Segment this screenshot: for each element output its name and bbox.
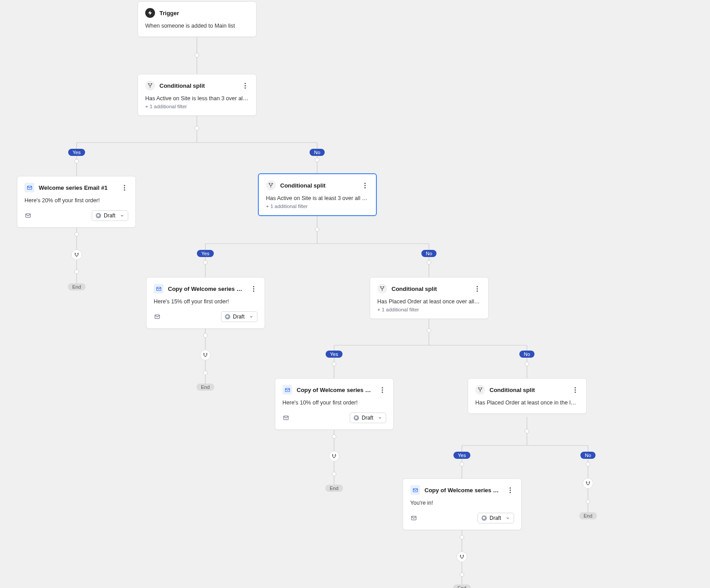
split-icon <box>475 385 485 395</box>
add-node-dot[interactable] <box>460 572 464 577</box>
add-node-dot[interactable] <box>525 362 529 366</box>
node-description: Here's 15% off your first order! <box>154 298 257 306</box>
email-icon <box>24 183 34 192</box>
kebab-menu[interactable] <box>473 285 481 293</box>
kebab-menu[interactable] <box>241 82 249 90</box>
channel-email-icon <box>154 313 161 320</box>
add-node-dot[interactable] <box>195 53 199 57</box>
email-icon <box>410 485 420 495</box>
additional-filters: + 1 additional filter <box>145 104 249 109</box>
chevron-down-icon <box>506 516 510 520</box>
add-node-dot[interactable] <box>74 159 79 163</box>
node-description: You're in! <box>410 499 514 507</box>
branch-no-pill: No <box>421 250 437 257</box>
ab-test-button[interactable] <box>200 350 211 360</box>
add-node-dot[interactable] <box>586 462 590 466</box>
split-icon <box>266 180 276 190</box>
channel-email-icon <box>282 414 290 421</box>
add-node-dot[interactable] <box>74 232 79 237</box>
additional-filters: + 1 additional filter <box>266 204 369 209</box>
email-node[interactable]: Welcome series Email #1 Here's 20% off y… <box>17 176 136 228</box>
status-label: Draft <box>233 314 245 320</box>
add-node-dot[interactable] <box>315 158 319 162</box>
chevron-down-icon <box>249 314 253 319</box>
branch-yes-pill: Yes <box>453 452 470 459</box>
email-icon <box>282 385 292 395</box>
add-node-dot[interactable] <box>332 472 336 476</box>
add-node-dot[interactable] <box>203 371 208 375</box>
status-dot-icon <box>225 314 230 319</box>
conditional-split-node[interactable]: Conditional split Has Active on Site is … <box>138 74 257 116</box>
node-title: Conditional split <box>280 182 356 189</box>
trigger-node[interactable]: Trigger When someone is added to Main li… <box>138 1 257 37</box>
node-title: Conditional split <box>490 387 567 393</box>
status-dropdown[interactable]: Draft <box>221 311 257 322</box>
add-node-dot[interactable] <box>315 227 319 232</box>
node-description: Has Placed Order at least once in the la… <box>475 399 579 407</box>
status-label: Draft <box>104 212 115 219</box>
node-title: Copy of Welcome series Em... <box>168 286 245 292</box>
add-node-dot[interactable] <box>460 535 464 539</box>
kebab-menu[interactable] <box>378 386 386 394</box>
conditional-split-node[interactable]: Conditional split Has Active on Site is … <box>258 173 377 216</box>
node-title: Trigger <box>159 10 249 16</box>
email-node[interactable]: Copy of Welcome series Em... You're in! … <box>403 478 522 530</box>
channel-email-icon <box>24 212 32 219</box>
kebab-menu[interactable] <box>120 184 128 192</box>
email-node[interactable]: Copy of Welcome series Em... Here's 10% … <box>275 378 394 430</box>
chevron-down-icon <box>120 213 124 218</box>
branch-yes-pill: Yes <box>326 351 343 358</box>
conditional-split-node[interactable]: Conditional split Has Placed Order at le… <box>370 277 489 319</box>
status-dot-icon <box>354 415 359 421</box>
status-dropdown[interactable]: Draft <box>350 412 386 423</box>
channel-email-icon <box>410 514 417 522</box>
node-description: When someone is added to Main list <box>145 22 249 30</box>
add-node-dot[interactable] <box>203 333 208 338</box>
node-description: Here's 10% off your first order! <box>282 399 386 407</box>
conditional-split-node[interactable]: Conditional split Has Placed Order at le… <box>468 378 587 414</box>
end-node: End <box>196 384 214 391</box>
split-icon <box>145 81 155 90</box>
end-node: End <box>325 485 343 492</box>
status-label: Draft <box>362 415 373 421</box>
ab-test-button[interactable] <box>329 451 339 461</box>
kebab-menu[interactable] <box>249 285 257 293</box>
kebab-menu[interactable] <box>571 386 579 394</box>
status-label: Draft <box>490 515 501 521</box>
node-description: Has Active on Site is at least 3 over al… <box>266 195 369 203</box>
status-dropdown[interactable]: Draft <box>92 210 128 221</box>
node-title: Welcome series Email #1 <box>39 184 116 191</box>
node-description: Here's 20% off your first order! <box>24 197 128 205</box>
add-node-dot[interactable] <box>332 434 336 439</box>
node-description: Has Active on Site is less than 3 over a… <box>145 95 249 103</box>
end-node: End <box>579 512 597 519</box>
status-dot-icon <box>96 213 101 218</box>
chevron-down-icon <box>378 416 382 420</box>
email-icon <box>154 284 163 294</box>
add-node-dot[interactable] <box>586 499 590 504</box>
branch-no-pill: No <box>310 149 325 156</box>
split-icon <box>377 284 387 294</box>
add-node-dot[interactable] <box>427 260 431 265</box>
ab-test-button[interactable] <box>71 249 82 260</box>
kebab-menu[interactable] <box>506 486 514 494</box>
ab-test-button[interactable] <box>457 551 467 562</box>
add-node-dot[interactable] <box>427 328 431 333</box>
branch-no-pill: No <box>580 452 596 459</box>
branch-yes-pill: Yes <box>197 250 214 257</box>
ab-test-button[interactable] <box>583 478 593 489</box>
status-dropdown[interactable]: Draft <box>477 513 514 523</box>
add-node-dot[interactable] <box>203 260 208 265</box>
kebab-menu[interactable] <box>361 181 369 189</box>
add-node-dot[interactable] <box>332 362 336 366</box>
add-node-dot[interactable] <box>525 429 529 433</box>
node-title: Copy of Welcome series Em... <box>297 387 374 393</box>
node-title: Copy of Welcome series Em... <box>424 487 502 494</box>
add-node-dot[interactable] <box>460 462 464 466</box>
add-node-dot[interactable] <box>74 270 79 274</box>
status-dot-icon <box>481 515 487 521</box>
end-node: End <box>453 584 471 588</box>
email-node[interactable]: Copy of Welcome series Em... Here's 15% … <box>146 277 265 329</box>
add-node-dot[interactable] <box>195 126 199 131</box>
trigger-icon <box>145 8 155 18</box>
